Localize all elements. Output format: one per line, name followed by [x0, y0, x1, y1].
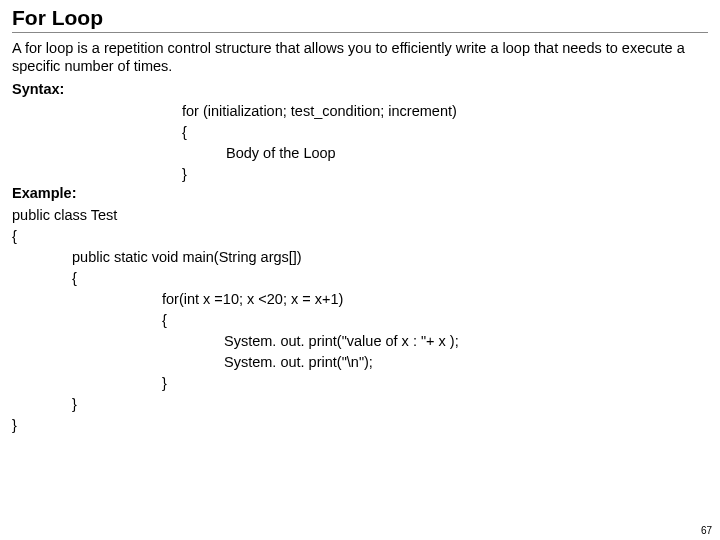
- document-page: For Loop A for loop is a repetition cont…: [0, 0, 720, 540]
- code-line: for(int x =10; x <20; x = x+1): [162, 289, 708, 310]
- code-line: }: [72, 394, 708, 415]
- description-text: A for loop is a repetition control struc…: [12, 39, 708, 75]
- syntax-body: Body of the Loop: [226, 143, 708, 164]
- code-line: {: [12, 226, 708, 247]
- syntax-close-brace: }: [182, 164, 708, 185]
- code-line: }: [12, 415, 708, 436]
- code-line: }: [162, 373, 708, 394]
- syntax-line: for (initialization; test_condition; inc…: [182, 101, 708, 122]
- code-line: public class Test: [12, 205, 708, 226]
- example-label: Example:: [12, 185, 708, 201]
- syntax-open-brace: {: [182, 122, 708, 143]
- example-block: public class Test { public static void m…: [12, 205, 708, 436]
- code-line: System. out. print("value of x : "+ x );: [224, 331, 708, 352]
- syntax-block: for (initialization; test_condition; inc…: [182, 101, 708, 185]
- code-line: public static void main(String args[]): [72, 247, 708, 268]
- code-line: {: [162, 310, 708, 331]
- page-number: 67: [701, 525, 712, 536]
- page-title: For Loop: [12, 6, 708, 33]
- code-line: System. out. print("\n");: [224, 352, 708, 373]
- syntax-label: Syntax:: [12, 81, 708, 97]
- code-line: {: [72, 268, 708, 289]
